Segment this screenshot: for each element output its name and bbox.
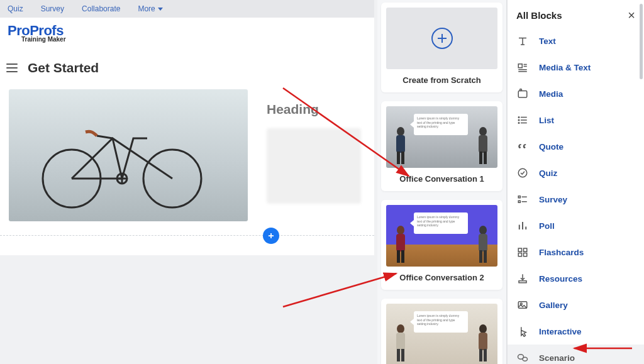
block-item-label: Resources: [539, 274, 582, 284]
caret-down-icon: [158, 8, 163, 11]
body-placeholder[interactable]: [267, 128, 361, 204]
svg-rect-35: [518, 201, 520, 202]
person-icon: [475, 324, 491, 363]
svg-rect-4: [396, 135, 405, 153]
speech-bubble: Lorem ipsum is simply dummy text of the …: [414, 114, 468, 135]
block-item-label: Flashcards: [539, 248, 584, 257]
resources-icon: [516, 272, 529, 285]
block-item-label: Scenario: [539, 353, 575, 363]
block-item-media-text[interactable]: Media & Text: [508, 54, 644, 80]
svg-point-31: [518, 119, 519, 121]
nav-survey[interactable]: Survey: [41, 4, 64, 13]
flashcards-icon: [516, 246, 529, 258]
template-label: Office Conversation 1: [386, 174, 497, 184]
top-nav: Quiz Survey Collaborate More: [0, 0, 374, 18]
svg-rect-20: [396, 333, 405, 350]
svg-rect-8: [479, 135, 487, 153]
block-item-flashcards[interactable]: Flashcards: [508, 239, 644, 265]
person-icon: [392, 324, 409, 363]
block-item-survey[interactable]: Survey: [508, 186, 644, 212]
block-item-quiz[interactable]: Quiz: [508, 160, 644, 186]
add-block-button[interactable]: [263, 228, 279, 244]
scenario-icon: [516, 351, 529, 364]
svg-rect-13: [397, 250, 400, 263]
nav-quiz[interactable]: Quiz: [8, 4, 23, 13]
block-list: TextMedia & TextMediaListQuoteQuizSurvey…: [508, 28, 644, 364]
svg-rect-17: [479, 250, 482, 263]
block-item-list[interactable]: List: [508, 107, 644, 133]
heading-placeholder[interactable]: Heading: [267, 102, 365, 117]
hamburger-icon[interactable]: [6, 63, 18, 72]
block-item-text[interactable]: Text: [508, 28, 644, 54]
nav-more[interactable]: More: [138, 4, 162, 13]
svg-rect-28: [518, 91, 527, 98]
nav-collaborate[interactable]: Collaborate: [82, 4, 120, 13]
block-item-label: Media & Text: [539, 63, 591, 72]
logo-subtext: Training Maker: [21, 36, 66, 43]
template-card-scratch[interactable]: Create from Scratch: [381, 3, 502, 92]
block-item-label: Media: [539, 89, 563, 99]
svg-rect-6: [401, 152, 404, 164]
template-thumb-bedroom: Lorem ipsum is simply dummy text of the …: [386, 304, 497, 364]
scrollbar[interactable]: [640, 4, 643, 79]
svg-rect-14: [401, 250, 404, 263]
image-block[interactable]: [9, 89, 248, 221]
block-item-quote[interactable]: Quote: [508, 133, 644, 160]
block-item-media[interactable]: Media: [508, 80, 644, 107]
block-item-label: Interactive: [539, 327, 582, 336]
person-icon: [475, 126, 491, 165]
svg-point-3: [397, 127, 404, 136]
interactive-icon: [516, 325, 529, 338]
svg-point-29: [520, 89, 522, 91]
template-thumb-office1: Lorem ipsum is simply dummy text of the …: [386, 106, 497, 168]
template-label: Create from Scratch: [386, 75, 497, 85]
person-icon: [392, 225, 409, 264]
text-icon: [516, 35, 529, 47]
plus-circle-icon: [431, 28, 453, 49]
speech-bubble: Lorem ipsum is simply dummy text of the …: [414, 311, 468, 333]
block-item-label: List: [539, 116, 554, 125]
template-thumb-office2: Lorem ipsum is simply dummy text of the …: [386, 205, 497, 267]
svg-rect-36: [518, 248, 521, 251]
person-icon: [475, 225, 491, 264]
bicycle-icon: [28, 109, 216, 210]
list-icon: [516, 114, 529, 126]
svg-rect-40: [519, 281, 526, 283]
svg-point-7: [479, 127, 487, 136]
svg-rect-39: [524, 253, 527, 256]
all-blocks-panel: All Blocks × TextMedia & TextMediaListQu…: [507, 0, 644, 364]
svg-rect-24: [479, 333, 487, 350]
svg-point-23: [479, 324, 487, 333]
block-item-label: Poll: [539, 221, 555, 231]
template-thumb-scratch: [386, 8, 497, 69]
svg-rect-10: [484, 152, 487, 164]
svg-point-32: [518, 123, 519, 124]
block-item-label: Text: [539, 36, 556, 46]
template-card-office1[interactable]: Lorem ipsum is simply dummy text of the …: [381, 101, 502, 191]
page-title[interactable]: Get Started: [28, 60, 99, 75]
close-icon[interactable]: ×: [628, 9, 635, 21]
text-block[interactable]: Heading: [267, 89, 365, 221]
media-icon: [516, 87, 529, 100]
block-item-label: Quiz: [539, 168, 557, 178]
block-item-scenario[interactable]: Scenario: [508, 345, 644, 364]
quiz-icon: [516, 167, 529, 179]
svg-rect-22: [401, 349, 404, 361]
block-item-resources[interactable]: Resources: [508, 265, 644, 292]
template-card-bedroom[interactable]: Lorem ipsum is simply dummy text of the …: [381, 299, 502, 364]
svg-rect-37: [524, 248, 527, 251]
logo[interactable]: ProProfs Training Maker: [8, 24, 66, 43]
svg-rect-26: [484, 349, 487, 361]
block-item-gallery[interactable]: Gallery: [508, 292, 644, 318]
svg-point-11: [397, 226, 404, 234]
svg-point-30: [518, 117, 519, 118]
block-item-poll[interactable]: Poll: [508, 212, 644, 239]
svg-point-33: [518, 168, 527, 177]
speech-bubble: Lorem ipsum is simply dummy text of the …: [414, 212, 468, 234]
content-row: Heading: [0, 89, 374, 221]
svg-rect-27: [518, 64, 522, 68]
svg-rect-16: [479, 234, 487, 251]
block-item-interactive[interactable]: Interactive: [508, 318, 644, 345]
all-blocks-title: All Blocks: [516, 10, 562, 21]
template-card-office2[interactable]: Lorem ipsum is simply dummy text of the …: [381, 200, 502, 290]
